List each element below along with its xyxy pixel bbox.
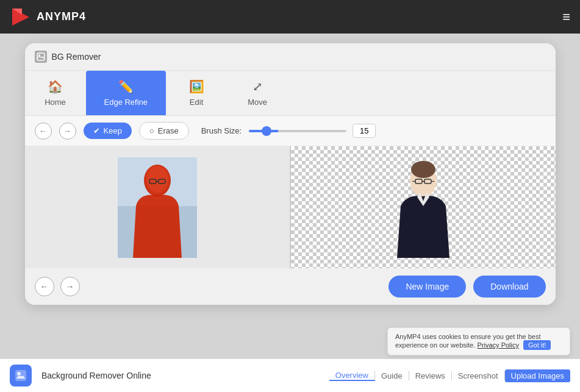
result-image-panel — [291, 146, 556, 268]
image-icon — [37, 52, 45, 61]
tabs-container: 🏠 Home ✏️ Edge Refine 🖼️ Edit ⤢ Move — [25, 71, 556, 116]
keep-button[interactable]: ✔ Keep — [84, 123, 132, 139]
cookie-got-it-button[interactable]: Got it! — [523, 340, 551, 350]
edge-refine-icon: ✏️ — [118, 79, 134, 94]
bottom-nav: Overview Guide Reviews Screenshot Upload… — [329, 369, 570, 382]
nav-upload-images[interactable]: Upload Images — [505, 369, 570, 382]
card-title: BG Remover — [52, 52, 101, 62]
bottom-bar: Background Remover Online Overview Guide… — [0, 358, 580, 392]
original-person — [118, 157, 197, 258]
original-person-svg — [118, 157, 197, 258]
nav-guide[interactable]: Guide — [375, 371, 409, 380]
footer-action-buttons: New Image Download — [388, 276, 545, 298]
tab-edge-refine-label: Edge Refine — [104, 98, 148, 107]
nav-reviews[interactable]: Reviews — [409, 371, 452, 380]
keep-icon: ✔ — [93, 126, 100, 135]
app-header: ANYMP4 ≡ — [0, 0, 580, 34]
image-area — [25, 146, 556, 268]
nav-overview[interactable]: Overview — [329, 371, 375, 381]
logo-icon — [10, 6, 32, 28]
undo-button[interactable]: ← — [35, 123, 52, 140]
redo-button[interactable]: → — [59, 123, 76, 140]
logo-area: ANYMP4 — [10, 6, 86, 28]
svg-rect-20 — [15, 370, 26, 381]
cookie-text: AnyMP4 uses cookies to ensure you get th… — [395, 333, 540, 349]
tab-home[interactable]: 🏠 Home — [25, 71, 86, 115]
card-header: BG Remover — [25, 43, 556, 71]
hamburger-menu[interactable]: ≡ — [562, 10, 570, 24]
tab-move-label: Move — [248, 98, 267, 107]
brush-size-label: Brush Size: — [201, 126, 242, 135]
edit-icon: 🖼️ — [189, 79, 204, 94]
svg-rect-2 — [37, 53, 45, 60]
tab-home-label: Home — [45, 98, 66, 107]
card-header-icon — [35, 51, 47, 63]
brush-size-slider-container: 15 — [249, 124, 376, 138]
bg-remover-card: BG Remover 🏠 Home ✏️ Edge Refine 🖼️ Edit… — [25, 43, 556, 305]
nav-screenshot[interactable]: Screenshot — [452, 371, 505, 380]
result-person — [384, 157, 463, 258]
footer-nav: ← → — [35, 277, 80, 296]
keep-label: Keep — [104, 126, 122, 135]
main-area: BG Remover 🏠 Home ✏️ Edge Refine 🖼️ Edit… — [0, 34, 580, 358]
svg-point-3 — [38, 54, 40, 56]
new-image-button[interactable]: New Image — [388, 276, 466, 298]
tab-move[interactable]: ⤢ Move — [227, 71, 288, 115]
home-icon: 🏠 — [48, 79, 63, 94]
erase-label: Erase — [158, 126, 179, 135]
privacy-policy-link[interactable]: Privacy Policy — [478, 341, 519, 349]
result-person-svg — [384, 157, 463, 258]
logo-text: ANYMP4 — [37, 10, 86, 23]
tab-edit-label: Edit — [190, 98, 203, 107]
card-footer: ← → New Image Download — [25, 268, 556, 305]
bg-remover-icon — [14, 369, 27, 382]
download-button[interactable]: Download — [473, 276, 545, 298]
brush-size-value: 15 — [353, 124, 376, 138]
prev-button[interactable]: ← — [35, 277, 54, 296]
bottom-app-title: Background Remover Online — [41, 371, 151, 380]
next-button[interactable]: → — [60, 277, 80, 296]
svg-point-21 — [17, 372, 21, 376]
toolbar: ← → ✔ Keep ○ Erase Brush Size: 15 — [25, 116, 556, 146]
svg-point-14 — [411, 161, 435, 178]
tab-edge-refine[interactable]: ✏️ Edge Refine — [86, 71, 166, 115]
brush-size-slider[interactable] — [249, 130, 346, 132]
erase-button[interactable]: ○ Erase — [139, 122, 189, 140]
tab-edit[interactable]: 🖼️ Edit — [166, 71, 227, 115]
original-image-panel — [25, 146, 291, 268]
bottom-app-icon — [10, 365, 32, 387]
erase-icon: ○ — [149, 126, 154, 135]
move-icon: ⤢ — [252, 79, 263, 94]
cookie-notice: AnyMP4 uses cookies to ensure you get th… — [387, 327, 570, 355]
